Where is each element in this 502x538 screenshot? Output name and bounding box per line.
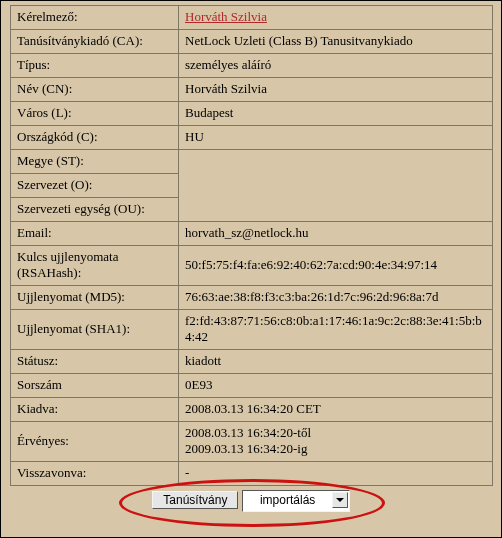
value-state-org-ou [179,150,493,222]
value-email: horvath_sz@netlock.hu [179,222,493,246]
value-valid-to: 2009.03.13 16:34:20-ig [185,441,307,456]
label-rsahash: Kulcs ujjlenyomata (RSAHash): [11,246,179,286]
row-issued: Kiadva: 2008.03.13 16:34:20 CET [11,398,493,422]
label-type: Típus: [11,54,179,78]
label-org: Szervezet (O): [11,174,179,198]
value-status: kiadott [179,350,493,374]
row-status: Státusz: kiadott [11,350,493,374]
row-sha1: Ujjlenyomat (SHA1): f2:fd:43:87:71:56:c8… [11,310,493,350]
value-applicant: Horváth Szilvia [179,6,493,30]
actions-inner: Tanúsítvány importálás [152,490,349,512]
certificate-details-panel: Kérelmező: Horváth Szilvia Tanúsítványki… [0,0,502,538]
row-email: Email: horvath_sz@netlock.hu [11,222,493,246]
value-country: HU [179,126,493,150]
label-md5: Ujjlenyomat (MD5): [11,286,179,310]
row-type: Típus: személyes aláíró [11,54,493,78]
row-city: Város (L): Budapest [11,102,493,126]
row-applicant: Kérelmező: Horváth Szilvia [11,6,493,30]
label-country: Országkód (C): [11,126,179,150]
value-md5: 76:63:ae:38:f8:f3:c3:ba:26:1d:7c:96:2d:9… [179,286,493,310]
action-select-value: importálás [260,493,337,507]
certificate-button[interactable]: Tanúsítvány [152,491,238,509]
label-status: Státusz: [11,350,179,374]
label-valid: Érvényes: [11,422,179,462]
value-issued: 2008.03.13 16:34:20 CET [179,398,493,422]
label-issued: Kiadva: [11,398,179,422]
label-state: Megye (ST): [11,150,179,174]
label-applicant: Kérelmező: [11,6,179,30]
row-country: Országkód (C): HU [11,126,493,150]
label-ca: Tanúsítványkiadó (CA): [11,30,179,54]
value-sha1: f2:fd:43:87:71:56:c8:0b:a1:17:46:1a:9c:2… [179,310,493,350]
value-city: Budapest [179,102,493,126]
chevron-down-icon [332,492,348,508]
value-cn: Horváth Szilvia [179,78,493,102]
value-ca: NetLock Uzleti (Class B) Tanusitvanykiad… [179,30,493,54]
action-area: Tanúsítvány importálás [1,477,501,527]
row-valid: Érvényes: 2008.03.13 16:34:20-től 2009.0… [11,422,493,462]
action-select[interactable]: importálás [242,490,350,512]
row-md5: Ujjlenyomat (MD5): 76:63:ae:38:f8:f3:c3:… [11,286,493,310]
label-email: Email: [11,222,179,246]
label-ou: Szervezeti egység (OU): [11,198,179,222]
certificate-table: Kérelmező: Horváth Szilvia Tanúsítványki… [10,5,493,486]
label-sha1: Ujjlenyomat (SHA1): [11,310,179,350]
label-serial: Sorszám [11,374,179,398]
row-ca: Tanúsítványkiadó (CA): NetLock Uzleti (C… [11,30,493,54]
row-cn: Név (CN): Horváth Szilvia [11,78,493,102]
row-rsahash: Kulcs ujjlenyomata (RSAHash): 50:f5:75:f… [11,246,493,286]
value-type: személyes aláíró [179,54,493,78]
label-cn: Név (CN): [11,78,179,102]
value-valid-from: 2008.03.13 16:34:20-től [185,425,311,440]
value-serial: 0E93 [179,374,493,398]
applicant-link[interactable]: Horváth Szilvia [185,9,267,24]
value-rsahash: 50:f5:75:f4:fa:e6:92:40:62:7a:cd:90:4e:3… [179,246,493,286]
value-valid: 2008.03.13 16:34:20-től 2009.03.13 16:34… [179,422,493,462]
row-state: Megye (ST): [11,150,493,174]
row-serial: Sorszám 0E93 [11,374,493,398]
label-city: Város (L): [11,102,179,126]
